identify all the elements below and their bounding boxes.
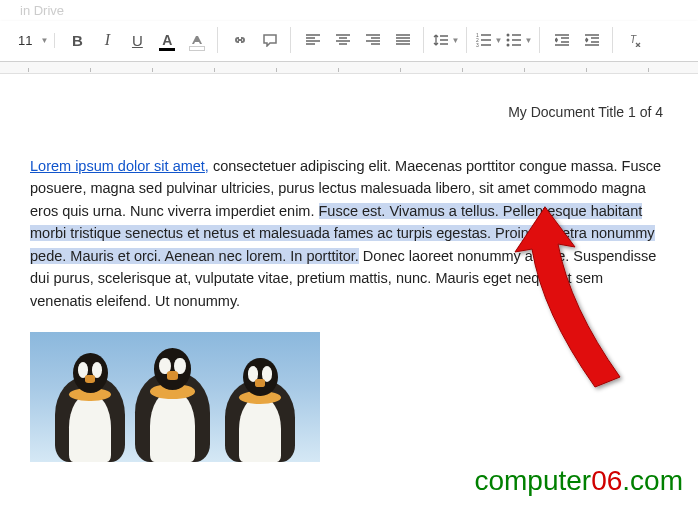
chevron-down-icon: ▼	[524, 36, 532, 45]
chevron-down-icon: ▼	[494, 36, 502, 45]
insert-link-button[interactable]	[226, 27, 254, 53]
document-body[interactable]: My Document Title 1 of 4 Lorem ipsum dol…	[0, 74, 698, 462]
align-justify-button[interactable]	[389, 27, 417, 53]
paragraph-text[interactable]: Lorem ipsum dolor sit amet, consectetuer…	[30, 155, 668, 312]
font-size-value[interactable]: 11	[14, 33, 36, 48]
svg-point-4	[507, 39, 510, 42]
formatting-toolbar: 11 ▼ B I U A	[0, 21, 698, 62]
underline-button[interactable]: U	[123, 27, 151, 53]
bulleted-list-button[interactable]: ▼	[505, 27, 533, 53]
bold-button[interactable]: B	[63, 27, 91, 53]
ruler[interactable]	[0, 62, 698, 74]
italic-button[interactable]: I	[93, 27, 121, 53]
chevron-down-icon[interactable]: ▼	[40, 36, 48, 45]
numbered-list-button[interactable]: 123 ▼	[475, 27, 503, 53]
align-left-button[interactable]	[299, 27, 327, 53]
line-spacing-button[interactable]: ▼	[432, 27, 460, 53]
insert-comment-button[interactable]	[256, 27, 284, 53]
chevron-down-icon: ▼	[451, 36, 459, 45]
highlight-color-button[interactable]	[183, 27, 211, 53]
title-bar: in Drive	[0, 0, 698, 21]
hyperlink[interactable]: Lorem ipsum dolor sit amet,	[30, 158, 209, 174]
decrease-indent-button[interactable]	[548, 27, 576, 53]
align-center-button[interactable]	[329, 27, 357, 53]
align-right-button[interactable]	[359, 27, 387, 53]
svg-text:3: 3	[476, 42, 479, 47]
svg-point-3	[507, 34, 510, 37]
clear-formatting-button[interactable]: T	[621, 27, 649, 53]
increase-indent-button[interactable]	[578, 27, 606, 53]
watermark: computer06.com	[474, 465, 683, 497]
text-color-button[interactable]: A	[153, 27, 181, 53]
inline-image[interactable]	[30, 332, 668, 462]
page-header[interactable]: My Document Title 1 of 4	[30, 104, 668, 120]
svg-point-5	[507, 44, 510, 47]
